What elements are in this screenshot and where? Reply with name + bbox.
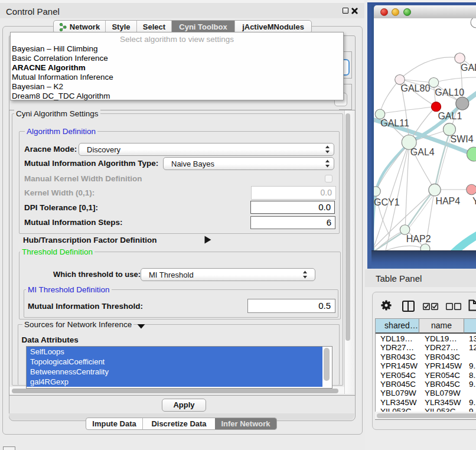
svg-text:HAP2: HAP2	[406, 234, 431, 244]
svg-text:GCY1: GCY1	[374, 197, 400, 207]
svg-text:Y: Y	[472, 196, 476, 206]
svg-text:SWI4: SWI4	[451, 134, 474, 144]
svg-text:GAL11: GAL11	[380, 118, 409, 128]
svg-text:HAP4: HAP4	[435, 196, 460, 206]
svg-text:GAL1: GAL1	[438, 111, 462, 121]
svg-text:GAL4: GAL4	[410, 147, 435, 157]
svg-text:GAL: GAL	[461, 63, 476, 73]
svg-text:GAL10: GAL10	[435, 87, 464, 97]
svg-text:GAL80: GAL80	[401, 83, 431, 93]
